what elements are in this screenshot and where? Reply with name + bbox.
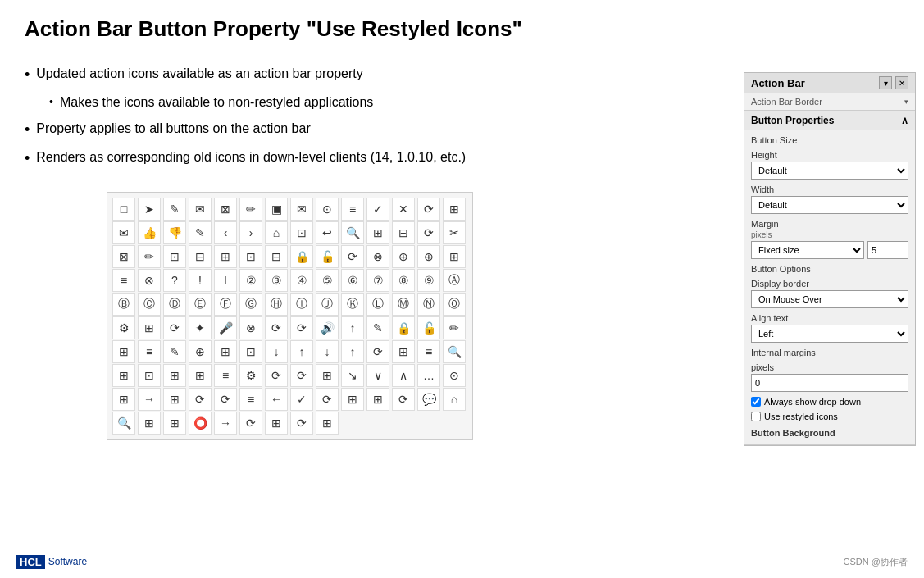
icon-cell[interactable]: ↓ bbox=[316, 340, 339, 363]
icon-cell[interactable]: ⊞ bbox=[443, 198, 466, 221]
icon-cell[interactable]: ⊕ bbox=[392, 245, 415, 268]
icon-cell[interactable]: ⑦ bbox=[366, 269, 389, 292]
icon-cell[interactable]: → bbox=[138, 388, 161, 411]
icon-cell[interactable]: ✎ bbox=[189, 221, 212, 244]
icon-cell[interactable]: Ⓒ bbox=[138, 293, 161, 316]
icon-cell[interactable]: Ⓚ bbox=[341, 293, 364, 316]
icon-cell[interactable]: ⟳ bbox=[214, 388, 237, 411]
icon-cell[interactable]: 🔒 bbox=[290, 245, 313, 268]
icon-cell[interactable]: ✓ bbox=[366, 198, 389, 221]
icon-cell[interactable]: ⊡ bbox=[138, 364, 161, 387]
icon-cell[interactable]: ⚙ bbox=[239, 364, 262, 387]
icon-cell[interactable]: Ⓕ bbox=[214, 293, 237, 316]
icon-cell[interactable]: Ⓛ bbox=[366, 293, 389, 316]
icon-cell[interactable]: ⊞ bbox=[112, 388, 135, 411]
height-select[interactable]: Default bbox=[751, 162, 908, 180]
icon-cell[interactable]: ✦ bbox=[189, 316, 212, 339]
icon-cell[interactable]: ⟳ bbox=[290, 316, 313, 339]
icon-cell[interactable]: ≡ bbox=[417, 340, 440, 363]
icon-cell[interactable]: Ⓐ bbox=[443, 269, 466, 292]
internal-margins-input[interactable] bbox=[751, 374, 908, 392]
icon-cell[interactable]: Ⓓ bbox=[163, 293, 186, 316]
icon-cell[interactable]: 🔍 bbox=[341, 221, 364, 244]
icon-cell[interactable]: ⑨ bbox=[417, 269, 440, 292]
icon-cell[interactable]: ⊗ bbox=[366, 245, 389, 268]
icon-cell[interactable]: ? bbox=[163, 269, 186, 292]
icon-cell[interactable]: ④ bbox=[290, 269, 313, 292]
icon-cell[interactable]: ⊞ bbox=[341, 388, 364, 411]
icon-cell[interactable]: ⊞ bbox=[163, 412, 186, 435]
icon-cell[interactable]: ✏ bbox=[239, 198, 262, 221]
icon-cell[interactable]: ⊞ bbox=[163, 364, 186, 387]
icon-cell[interactable]: Ⓗ bbox=[265, 293, 288, 316]
icon-cell[interactable]: ⊞ bbox=[265, 412, 288, 435]
icon-cell[interactable]: Ⓑ bbox=[112, 293, 135, 316]
icon-cell[interactable]: ✂ bbox=[443, 221, 466, 244]
icon-cell[interactable]: ⟳ bbox=[239, 412, 262, 435]
icon-cell[interactable]: ⌂ bbox=[443, 388, 466, 411]
icon-cell[interactable]: ↘ bbox=[341, 364, 364, 387]
icon-cell[interactable]: ⟳ bbox=[189, 388, 212, 411]
icon-cell[interactable]: ↓ bbox=[265, 340, 288, 363]
icon-cell[interactable]: ⟳ bbox=[366, 340, 389, 363]
icon-cell[interactable]: ⊗ bbox=[239, 316, 262, 339]
icon-cell[interactable]: ⊞ bbox=[366, 221, 389, 244]
icon-cell[interactable]: 🔓 bbox=[417, 316, 440, 339]
icon-cell[interactable]: ⑥ bbox=[341, 269, 364, 292]
icon-cell[interactable]: ⟳ bbox=[163, 316, 186, 339]
margin-value-input[interactable] bbox=[867, 241, 908, 259]
icon-cell[interactable]: › bbox=[239, 221, 262, 244]
icon-cell[interactable]: ⚙ bbox=[112, 316, 135, 339]
icon-cell[interactable]: ✎ bbox=[163, 340, 186, 363]
icon-cell[interactable]: ⊞ bbox=[138, 412, 161, 435]
icon-cell[interactable]: ⟳ bbox=[316, 388, 339, 411]
panel-close-btn[interactable]: ✕ bbox=[895, 76, 908, 89]
icon-cell[interactable]: ✕ bbox=[392, 198, 415, 221]
icon-cell[interactable]: ≡ bbox=[138, 340, 161, 363]
icon-cell[interactable]: 🎤 bbox=[214, 316, 237, 339]
icon-cell[interactable]: ⟳ bbox=[341, 245, 364, 268]
icon-cell[interactable]: ⊡ bbox=[239, 245, 262, 268]
icon-cell[interactable]: 🔒 bbox=[392, 316, 415, 339]
icon-cell[interactable]: ⊞ bbox=[214, 245, 237, 268]
margin-type-select[interactable]: Fixed size bbox=[751, 241, 864, 259]
icon-cell[interactable]: ⭕ bbox=[189, 412, 212, 435]
icon-cell[interactable]: ⊞ bbox=[392, 340, 415, 363]
panel-dropdown-btn[interactable]: ▾ bbox=[879, 76, 892, 89]
icon-cell[interactable]: ⊞ bbox=[163, 388, 186, 411]
icon-cell[interactable]: ⟳ bbox=[290, 412, 313, 435]
icon-cell[interactable]: ⊞ bbox=[316, 364, 339, 387]
icon-cell[interactable]: ⊞ bbox=[112, 364, 135, 387]
icon-cell[interactable]: I bbox=[214, 269, 237, 292]
align-text-select[interactable]: Left bbox=[751, 325, 908, 343]
icon-cell[interactable]: ≡ bbox=[112, 269, 135, 292]
icon-cell[interactable]: Ⓞ bbox=[443, 293, 466, 316]
icon-cell[interactable]: ↑ bbox=[290, 340, 313, 363]
icon-cell[interactable]: ∨ bbox=[366, 364, 389, 387]
icon-cell[interactable]: ✉ bbox=[189, 198, 212, 221]
icon-cell[interactable]: 🔊 bbox=[316, 316, 339, 339]
icon-cell[interactable]: ⑧ bbox=[392, 269, 415, 292]
icon-cell[interactable]: Ⓖ bbox=[239, 293, 262, 316]
icon-cell[interactable]: ✏ bbox=[138, 245, 161, 268]
icon-cell[interactable]: ⊞ bbox=[214, 340, 237, 363]
icon-cell[interactable]: ! bbox=[189, 269, 212, 292]
icon-cell[interactable]: ⟳ bbox=[392, 388, 415, 411]
icon-cell[interactable]: Ⓔ bbox=[189, 293, 212, 316]
icon-cell[interactable]: 🔍 bbox=[443, 340, 466, 363]
icon-cell[interactable]: Ⓙ bbox=[316, 293, 339, 316]
icon-cell[interactable]: ≡ bbox=[239, 388, 262, 411]
icon-cell[interactable]: ⊞ bbox=[138, 316, 161, 339]
icon-cell[interactable]: ⊟ bbox=[189, 245, 212, 268]
icon-cell[interactable]: 🔓 bbox=[316, 245, 339, 268]
icon-cell[interactable]: ↑ bbox=[341, 340, 364, 363]
icon-cell[interactable]: ⟳ bbox=[265, 316, 288, 339]
icon-cell[interactable]: ⟳ bbox=[265, 364, 288, 387]
button-properties-header[interactable]: Button Properties ∧ bbox=[744, 111, 915, 130]
icon-cell[interactable]: ← bbox=[265, 388, 288, 411]
icon-cell[interactable]: … bbox=[417, 364, 440, 387]
icon-cell[interactable]: ⊙ bbox=[316, 198, 339, 221]
icon-cell[interactable]: ≡ bbox=[214, 364, 237, 387]
icon-cell[interactable]: ✓ bbox=[290, 388, 313, 411]
icon-cell[interactable]: ✉ bbox=[290, 198, 313, 221]
